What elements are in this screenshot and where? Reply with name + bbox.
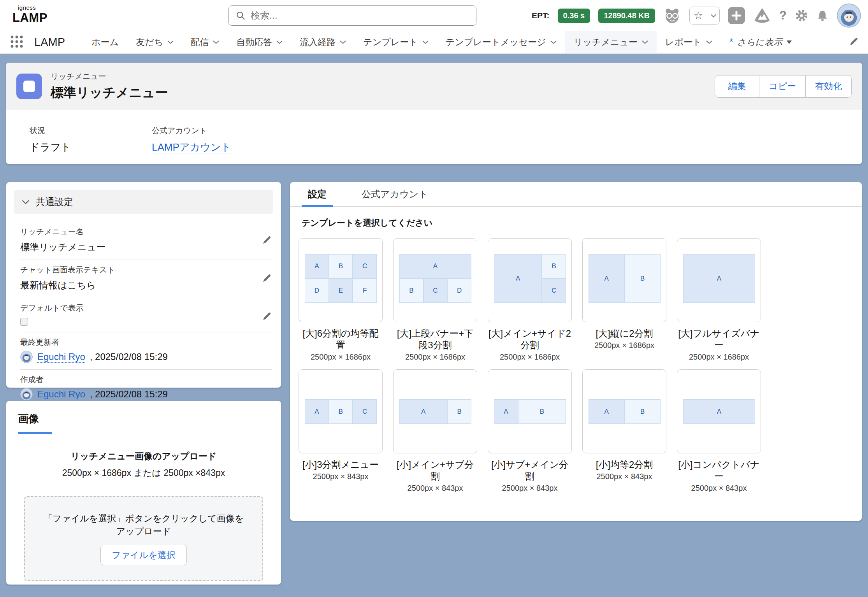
official-account-link[interactable]: LAMPアカウント [152, 141, 231, 153]
edit-button[interactable]: 編集 [715, 75, 759, 98]
template-option-small-compact-banner[interactable]: A [小]コンパクトバナー 2500px × 843px [677, 369, 761, 493]
user-avatar [20, 351, 33, 363]
setup-gear-icon[interactable] [795, 9, 808, 22]
app-nav-bar: LAMP ホーム 友だち 配信 自動応答 流入経路 テンプレート テンプレートメ… [0, 31, 868, 54]
favorites-caret-button[interactable] [707, 7, 719, 24]
template-option-large-banner-3split[interactable]: A B C D [大]上段バナー+下段3分割 2500px × 1686px [393, 238, 477, 362]
caret-down-icon [787, 40, 792, 44]
chevron-down-icon [422, 40, 429, 44]
template-option-small-3split[interactable]: A B C [小]3分割メニュー 2500px × 843px [299, 369, 383, 493]
chevron-down-icon [706, 40, 712, 44]
chevron-down-icon [550, 40, 557, 44]
image-card: 画像 リッチメニュー画像のアップロード 2500px × 1686px または … [6, 401, 281, 585]
rich-menu-object-icon [16, 74, 42, 99]
field-chat-bar-text: チャット画面表示テキスト 最新情報はこちら [20, 260, 272, 298]
copy-button[interactable]: コピー [759, 75, 805, 98]
record-header-card: リッチメニュー 標準リッチメニュー 編集 コピー 有効化 状況 ドラフト 公式ア… [6, 63, 862, 164]
upload-title: リッチメニュー画像のアップロード [18, 450, 269, 462]
record-header-top: リッチメニュー 標準リッチメニュー 編集 コピー 有効化 [6, 63, 862, 110]
ept-label: EPT: [532, 11, 550, 20]
image-section-title: 画像 [18, 412, 269, 426]
nav-tab-home[interactable]: ホーム [83, 31, 127, 53]
nav-tab-inflow-route[interactable]: 流入経路 [291, 31, 355, 53]
unsaved-asterisk: * [729, 37, 733, 47]
tab-official-account[interactable]: 公式アカウント [355, 182, 434, 206]
edit-pencil-icon[interactable] [262, 235, 272, 247]
status-value: ドラフト [30, 140, 71, 154]
tab-settings[interactable]: 設定 [302, 182, 333, 206]
notifications-bell-icon[interactable] [816, 9, 829, 22]
nav-tab-report[interactable]: レポート [657, 31, 721, 53]
search-icon [236, 11, 245, 21]
nav-more-tabs[interactable]: * さらに表示 [721, 31, 801, 53]
ept-time-badge: 0.36 s [558, 9, 590, 23]
default-display-checkbox[interactable] [20, 318, 28, 326]
ept-size-badge: 12890.48 KB [598, 9, 655, 23]
created-by-link[interactable]: Eguchi Ryo [37, 389, 85, 400]
status-label: 状況 [30, 125, 71, 136]
image-title-underline [18, 432, 269, 434]
user-avatar [20, 388, 33, 400]
field-default-display: デフォルトで表示 [20, 298, 272, 332]
logo-top-text: igness [18, 5, 47, 11]
template-panel: 設定 公式アカウント テンプレートを選択してください A B C D E F [… [290, 182, 862, 521]
record-entity-label: リッチメニュー [51, 71, 168, 82]
image-dropzone[interactable]: 「ファイルを選択」ボタンをクリックして画像をアップロード ファイルを選択 [24, 496, 263, 581]
field-last-modified-by: 最終更新者 Eguchi Ryo , 2025/02/08 15:29 [20, 332, 272, 370]
activate-button[interactable]: 有効化 [805, 75, 852, 98]
field-rich-menu-name: リッチメニュー名 標準リッチメニュー [20, 222, 272, 260]
nav-tab-rich-menu[interactable]: リッチメニュー [565, 31, 657, 53]
template-option-large-main-side2[interactable]: A B C [大]メイン+サイド2分割 2500px × 1686px [488, 238, 572, 362]
logo-main-text: LAMP [12, 12, 47, 24]
template-panel-tabs: 設定 公式アカウント [290, 182, 862, 207]
help-icon[interactable]: ? [779, 9, 787, 23]
nav-tab-template[interactable]: テンプレート [355, 31, 437, 53]
nav-tab-auto-response[interactable]: 自動応答 [228, 31, 291, 53]
choose-file-button[interactable]: ファイルを選択 [100, 545, 187, 565]
created-datetime: , 2025/02/08 15:29 [90, 389, 168, 400]
chevron-down-icon [167, 40, 174, 44]
search-input[interactable] [251, 10, 469, 21]
add-icon[interactable] [728, 7, 745, 24]
common-settings-header[interactable]: 共通設定 [14, 190, 273, 214]
dropzone-instruction: 「ファイルを選択」ボタンをクリックして画像をアップロード [42, 512, 246, 538]
chevron-down-icon [340, 40, 346, 44]
template-option-large-6split[interactable]: A B C D E F [大]6分割の均等配置 2500px × 1686px [299, 238, 383, 362]
favorites-star-button[interactable]: ☆ [690, 7, 707, 24]
record-action-group: 編集 コピー 有効化 [715, 75, 852, 98]
chevron-down-icon [213, 40, 219, 44]
nav-tab-delivery[interactable]: 配信 [182, 31, 228, 53]
upload-size-hint: 2500px × 1686px または 2500px ×843px [18, 467, 269, 479]
einstein-bear-icon[interactable] [663, 7, 681, 25]
nav-tab-friends[interactable]: 友だち [127, 31, 182, 53]
chevron-down-icon [22, 200, 30, 204]
nav-tab-template-message[interactable]: テンプレートメッセージ [437, 31, 565, 53]
template-option-small-sub-main[interactable]: A B [小]サブ+メイン分割 2500px × 843px [488, 369, 572, 493]
common-settings-card: 共通設定 リッチメニュー名 標準リッチメニュー チャット画面表示テキスト 最新情… [6, 182, 281, 388]
template-option-small-equal2[interactable]: A B [小]均等2分割 2500px × 843px [582, 369, 666, 493]
trailhead-icon[interactable] [753, 7, 771, 25]
nav-edit-pencil-icon[interactable] [849, 37, 859, 48]
last-modified-by-link[interactable]: Eguchi Ryo [37, 351, 85, 363]
record-title: 標準リッチメニュー [51, 84, 168, 102]
user-avatar[interactable] [837, 4, 861, 28]
official-account-label: 公式アカウント [152, 125, 231, 136]
app-launcher-waffle-icon[interactable] [9, 34, 24, 51]
app-logo: igness LAMP [12, 5, 47, 24]
chevron-down-icon [276, 40, 283, 44]
record-highlights: 状況 ドラフト 公式アカウント LAMPアカウント [6, 110, 862, 164]
nav-app-name: LAMP [34, 36, 65, 49]
global-search[interactable] [228, 5, 476, 26]
template-option-small-main-sub[interactable]: A B [小]メイン+サブ分割 2500px × 843px [393, 369, 477, 493]
last-modified-datetime: , 2025/02/08 15:29 [90, 351, 168, 362]
template-grid: A B C D E F [大]6分割の均等配置 2500px × 1686px … [299, 238, 862, 493]
template-option-large-full-banner[interactable]: A [大]フルサイズバナー 2500px × 1686px [677, 238, 761, 362]
edit-pencil-icon[interactable] [262, 273, 272, 285]
chevron-down-icon [642, 40, 648, 44]
global-header: igness LAMP EPT: 0.36 s 12890.48 KB ☆ [0, 0, 868, 31]
edit-pencil-icon[interactable] [262, 311, 272, 323]
favorites-control: ☆ [689, 7, 720, 25]
template-select-heading: テンプレートを選択してください [302, 217, 862, 229]
common-settings-title: 共通設定 [36, 196, 73, 208]
template-option-large-vertical2[interactable]: A B [大]縦に2分割 2500px × 1686px [582, 238, 666, 362]
